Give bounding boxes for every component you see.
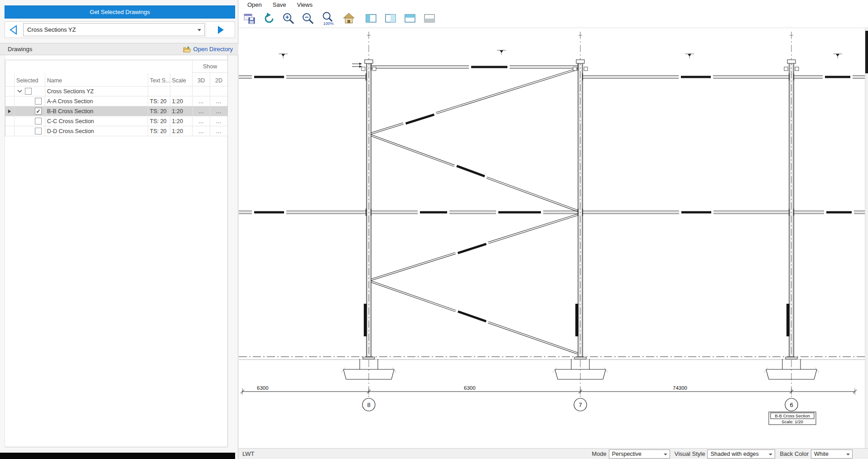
column-header-2d: 2D [210, 73, 227, 86]
view-top-icon [403, 12, 417, 25]
row-3d-more-button[interactable]: … [193, 126, 210, 136]
row-2d-more-button[interactable]: … [210, 96, 227, 106]
dimension-text: 6300 [464, 385, 476, 391]
row-3d-more-button[interactable]: … [193, 96, 210, 106]
redraw-button[interactable] [261, 10, 277, 27]
row-text-scale: TS: 20 [148, 96, 170, 106]
row-name: D-D Cross Section [45, 126, 148, 136]
row-name: B-B Cross Section [45, 106, 148, 116]
mode-dropdown[interactable]: Perspective [609, 449, 670, 459]
row-checkbox[interactable] [35, 128, 42, 134]
row-text-scale: TS: 20 [148, 106, 170, 116]
arrow-left-icon [9, 24, 19, 35]
app-window: Get Selected Drawings Cross Sections YZ … [0, 0, 868, 459]
split-view-left-button[interactable] [363, 10, 379, 27]
row-2d-more-button[interactable]: … [210, 106, 227, 116]
grid-bubble-8: 8 [367, 402, 370, 408]
save-drawing-button[interactable] [241, 10, 258, 27]
split-view-left-icon [364, 12, 378, 25]
table-row-parent[interactable]: Cross Sections YZ [5, 86, 227, 96]
callout-title: B-B Cross Section [775, 413, 810, 418]
open-directory-link[interactable]: Open Directory [183, 46, 233, 53]
dimension-text: 74300 [673, 385, 687, 391]
back-color-dropdown[interactable]: White [811, 449, 853, 459]
callout-scale: Scale: 1/20 [781, 419, 803, 424]
table-row-cc[interactable]: C-C Cross Section TS: 20 1:20 … … [5, 116, 227, 126]
dimension-text: 6300 [257, 385, 269, 391]
mode-label: Mode [592, 450, 607, 457]
drawing-canvas[interactable]: 6300 6300 74300 8 7 6 B-B Cross Section … [239, 28, 868, 448]
zoom-out-button[interactable] [300, 10, 316, 27]
redraw-icon [262, 12, 276, 25]
drawings-title: Drawings [8, 46, 32, 53]
viewer-menubar: Open Save Views [239, 0, 868, 9]
open-folder-icon [183, 46, 191, 53]
row-3d-more-button[interactable]: … [193, 106, 210, 116]
view-bottom-button[interactable] [421, 10, 438, 27]
grid-bubble-6: 6 [790, 402, 793, 408]
row-text-scale: TS: 20 [148, 126, 170, 136]
drawing-navigation: Cross Sections YZ [5, 21, 235, 38]
row-3d-more-button[interactable]: … [193, 116, 210, 126]
menu-open[interactable]: Open [242, 0, 267, 9]
split-view-right-button[interactable] [382, 10, 399, 27]
row-name: C-C Cross Section [45, 116, 148, 126]
row-2d-more-button[interactable]: … [210, 126, 227, 136]
row-name: Cross Sections YZ [45, 86, 148, 96]
viewer-toolbar: 100% [239, 9, 868, 28]
vertical-scrollbar[interactable] [865, 28, 868, 448]
table-header-row: Selected Name Text S... Scale 3D 2D [5, 73, 227, 86]
column-header-scale: Scale [170, 73, 193, 86]
row-name: A-A Cross Section [45, 96, 148, 106]
fit-to-view-button[interactable] [341, 10, 357, 27]
arrow-right-icon [216, 24, 226, 35]
expand-chevron-icon[interactable] [17, 90, 22, 93]
menu-views[interactable]: Views [292, 0, 317, 9]
zoom-in-button[interactable] [280, 10, 297, 27]
home-icon [342, 12, 356, 25]
lwt-indicator: LWT [242, 450, 254, 457]
zoom-original-button[interactable]: 100% [319, 10, 338, 27]
drawings-section-header: Drawings Open Directory [0, 43, 238, 55]
drawing-viewer-panel: Open Save Views [239, 0, 868, 459]
current-row-indicator-icon [8, 110, 11, 113]
row-scale: 1:20 [170, 96, 193, 106]
row-checkbox[interactable] [35, 108, 42, 115]
split-view-right-icon [384, 12, 397, 25]
view-top-button[interactable] [402, 10, 418, 27]
table-header-group-row: Show [5, 60, 227, 73]
zoom-out-icon [301, 12, 315, 25]
table-row-dd[interactable]: D-D Cross Section TS: 20 1:20 … … [5, 126, 227, 136]
previous-drawing-button[interactable] [5, 22, 22, 38]
column-header-3d: 3D [193, 73, 210, 86]
save-drawing-icon [243, 12, 256, 25]
next-drawing-button[interactable] [206, 22, 235, 38]
scrollbar-thumb[interactable] [865, 31, 868, 73]
view-bottom-icon [423, 12, 436, 25]
table-row-bb[interactable]: B-B Cross Section TS: 20 1:20 … … [5, 106, 227, 116]
row-checkbox[interactable] [35, 118, 42, 124]
drawing-set-value: Cross Sections YZ [27, 26, 76, 33]
zoom-original-icon: 100% [321, 11, 336, 26]
visual-style-label: Visual Style [675, 450, 705, 457]
row-checkbox[interactable] [25, 88, 32, 95]
bottom-black-bar [0, 453, 235, 459]
row-2d-more-button[interactable]: … [210, 116, 227, 126]
column-header-show: Show [193, 60, 227, 73]
svg-text:100%: 100% [323, 21, 333, 26]
menu-save[interactable]: Save [268, 0, 291, 9]
drawing-set-dropdown[interactable]: Cross Sections YZ [23, 23, 205, 36]
drawings-table: Show Selected Name Text S... Scale 3D 2D [5, 60, 228, 136]
table-row-aa[interactable]: A-A Cross Section TS: 20 1:20 … … [5, 96, 227, 106]
grid-bubble-7: 7 [579, 402, 582, 408]
visual-style-dropdown[interactable]: Shaded with edges [707, 449, 775, 459]
drawings-list-area: Show Selected Name Text S... Scale 3D 2D [5, 55, 228, 447]
get-selected-drawings-button[interactable]: Get Selected Drawings [5, 5, 235, 19]
cross-section-drawing: 6300 6300 74300 8 7 6 B-B Cross Section … [239, 28, 865, 448]
row-checkbox[interactable] [35, 98, 42, 105]
column-header-selected: Selected [14, 73, 45, 86]
viewer-statusbar: LWT Mode Perspective Visual Style Shaded… [239, 448, 868, 459]
back-color-label: Back Color [780, 450, 809, 457]
row-scale: 1:20 [170, 106, 193, 116]
zoom-in-icon [282, 12, 295, 25]
